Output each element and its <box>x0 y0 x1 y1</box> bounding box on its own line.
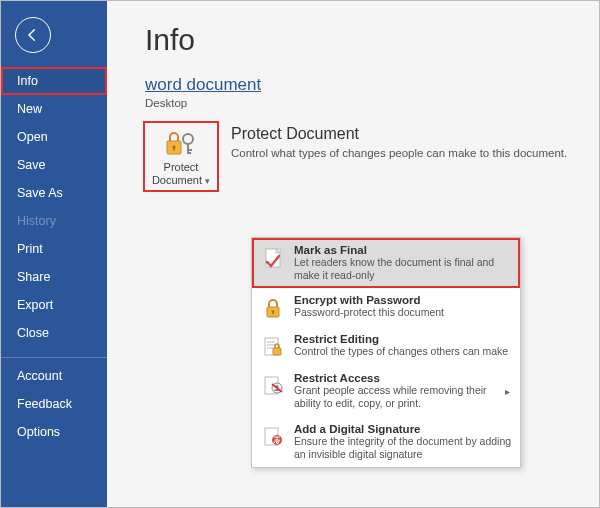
sidebar-item-export[interactable]: Export <box>1 291 107 319</box>
sidebar-item-close[interactable]: Close <box>1 319 107 347</box>
protect-heading: Protect Document <box>231 125 567 143</box>
menu-item-restrict-editing[interactable]: Restrict EditingControl the types of cha… <box>252 327 520 366</box>
menu-item-title: Mark as Final <box>294 244 512 256</box>
menu-item-title: Add a Digital Signature <box>294 423 512 435</box>
menu-item-desc: Ensure the integrity of the document by … <box>294 435 512 461</box>
menu-item-restrict-access[interactable]: Restrict AccessGrant people access while… <box>252 366 520 416</box>
svg-point-3 <box>183 134 193 144</box>
menu-item-icon <box>260 424 286 450</box>
protect-button-label: Protect Document <box>152 161 202 186</box>
chevron-down-icon: ▾ <box>205 176 210 186</box>
sidebar-item-print[interactable]: Print <box>1 235 107 263</box>
sidebar-item-account[interactable]: Account <box>1 362 107 390</box>
menu-item-encrypt-with-password[interactable]: Encrypt with PasswordPassword-protect th… <box>252 288 520 327</box>
menu-item-desc: Password-protect this document <box>294 306 512 319</box>
arrow-left-icon <box>25 27 41 43</box>
menu-item-icon <box>260 295 286 321</box>
menu-item-desc: Control the types of changes others can … <box>294 345 512 358</box>
svg-rect-15 <box>273 348 281 355</box>
menu-item-desc: Grant people access while removing their… <box>294 384 495 410</box>
sidebar-item-info[interactable]: Info <box>1 67 107 95</box>
svg-rect-6 <box>189 152 191 154</box>
sidebar-item-save[interactable]: Save <box>1 151 107 179</box>
sidebar-item-feedback[interactable]: Feedback <box>1 390 107 418</box>
document-title-link[interactable]: word document <box>145 75 599 95</box>
chevron-right-icon: ▸ <box>503 386 512 397</box>
menu-item-icon <box>260 373 286 399</box>
sidebar-separator <box>1 357 107 358</box>
lock-key-icon <box>164 129 198 159</box>
svg-rect-4 <box>187 143 189 154</box>
backstage-sidebar: InfoNewOpenSaveSave AsHistoryPrintShareE… <box>1 1 107 507</box>
svg-rect-10 <box>272 312 273 315</box>
sidebar-item-open[interactable]: Open <box>1 123 107 151</box>
document-location: Desktop <box>145 97 599 109</box>
menu-item-icon <box>260 334 286 360</box>
menu-item-add-a-digital-signature[interactable]: Add a Digital SignatureEnsure the integr… <box>252 417 520 467</box>
page-title: Info <box>145 23 599 57</box>
sidebar-item-options[interactable]: Options <box>1 418 107 446</box>
sidebar-item-save-as[interactable]: Save As <box>1 179 107 207</box>
menu-item-title: Encrypt with Password <box>294 294 512 306</box>
menu-item-title: Restrict Editing <box>294 333 512 345</box>
main-panel: Info word document Desktop <box>107 1 599 507</box>
sidebar-item-share[interactable]: Share <box>1 263 107 291</box>
menu-item-desc: Let readers know the document is final a… <box>294 256 512 282</box>
menu-item-title: Restrict Access <box>294 372 495 384</box>
menu-item-icon <box>260 245 286 271</box>
sidebar-item-history: History <box>1 207 107 235</box>
menu-item-mark-as-final[interactable]: Mark as FinalLet readers know the docume… <box>252 238 520 288</box>
protect-document-button[interactable]: Protect Document ▾ <box>145 123 217 190</box>
protect-document-menu: Mark as FinalLet readers know the docume… <box>251 237 521 468</box>
svg-rect-5 <box>189 149 192 151</box>
protect-description: Control what types of changes people can… <box>231 147 567 159</box>
back-button[interactable] <box>15 17 51 53</box>
sidebar-item-new[interactable]: New <box>1 95 107 123</box>
svg-rect-2 <box>173 147 175 151</box>
